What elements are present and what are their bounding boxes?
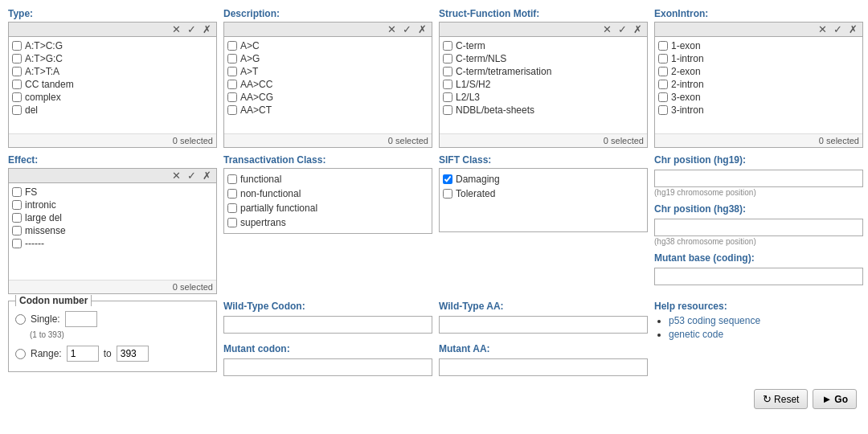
type-toolbar: ✕ ✓ ✗ bbox=[9, 23, 216, 37]
codon-range-from-input[interactable]: 1 bbox=[67, 346, 99, 362]
list-item: missense bbox=[12, 224, 213, 237]
description-cancel-btn[interactable]: ✗ bbox=[416, 24, 428, 35]
type-check-btn[interactable]: ✓ bbox=[186, 24, 198, 35]
list-item: AA>CG bbox=[227, 91, 428, 104]
exon-checkbox-2[interactable] bbox=[658, 67, 668, 76]
description-section: Description: ✕ ✓ ✗ A>C A>G A>T AA>CC AA>… bbox=[223, 8, 432, 148]
list-item: complex bbox=[12, 91, 213, 104]
transactivation-section: Transactivation Class: functional non-fu… bbox=[223, 154, 432, 294]
list-item: supertrans bbox=[227, 215, 428, 230]
struct-checkbox-4[interactable] bbox=[443, 92, 452, 102]
list-item: del bbox=[12, 104, 213, 117]
struct-function-toolbar: ✕ ✓ ✗ bbox=[440, 23, 647, 37]
struct-cancel-btn[interactable]: ✗ bbox=[632, 24, 644, 35]
exon-checkbox-5[interactable] bbox=[658, 105, 668, 115]
struct-checkbox-5[interactable] bbox=[443, 105, 452, 115]
reset-button[interactable]: ↻ Reset bbox=[754, 389, 808, 409]
transact-checkbox-1[interactable] bbox=[227, 189, 237, 199]
sift-checkbox-0[interactable] bbox=[443, 174, 452, 184]
reset-label: Reset bbox=[774, 394, 799, 405]
go-button[interactable]: ► Go bbox=[813, 389, 857, 409]
desc-checkbox-4[interactable] bbox=[227, 92, 237, 102]
desc-checkbox-5[interactable] bbox=[227, 105, 237, 115]
description-check-btn[interactable]: ✓ bbox=[401, 24, 413, 35]
type-section: Type: ✕ ✓ ✗ A:T>C:G A:T>G:C A:T>T:A CC t… bbox=[8, 8, 217, 148]
wildtype-aa-input[interactable] bbox=[439, 316, 648, 334]
effect-checkbox-0[interactable] bbox=[12, 187, 22, 197]
type-selected-count: 0 selected bbox=[9, 133, 216, 147]
description-label: Description: bbox=[223, 8, 432, 19]
exon-checkbox-0[interactable] bbox=[658, 41, 668, 51]
effect-checkbox-4[interactable] bbox=[12, 239, 22, 248]
exon-checkbox-4[interactable] bbox=[658, 92, 668, 102]
action-buttons: ↻ Reset ► Go bbox=[8, 389, 860, 409]
chr-hg19-input[interactable] bbox=[654, 170, 863, 187]
transact-checkbox-3[interactable] bbox=[227, 218, 237, 227]
mutant-codon-input[interactable] bbox=[223, 358, 432, 376]
desc-checkbox-0[interactable] bbox=[227, 41, 237, 51]
codon-range-label: Range: bbox=[31, 348, 62, 359]
type-checkbox-4[interactable] bbox=[12, 92, 22, 102]
mutant-base-input[interactable] bbox=[654, 268, 863, 285]
list-item: L1/S/H2 bbox=[443, 78, 644, 91]
desc-checkbox-3[interactable] bbox=[227, 80, 237, 89]
type-checkbox-1[interactable] bbox=[12, 54, 22, 63]
effect-selected-count: 0 selected bbox=[9, 280, 216, 293]
sift-section: SIFT Class: Damaging Tolerated bbox=[439, 154, 648, 294]
list-item: A:T>G:C bbox=[12, 52, 213, 65]
codon-range-to-input[interactable]: 393 bbox=[117, 346, 149, 362]
exon-checkbox-1[interactable] bbox=[658, 54, 668, 63]
wildtype-aa-label: Wild-Type AA: bbox=[439, 301, 648, 312]
mutant-base-label: Mutant base (coding): bbox=[654, 252, 863, 264]
transact-checkbox-0[interactable] bbox=[227, 174, 237, 184]
wildtype-aa-group: Wild-Type AA: bbox=[439, 301, 648, 334]
list-item: p53 coding sequence bbox=[669, 315, 863, 326]
list-item: CC tandem bbox=[12, 78, 213, 91]
struct-clear-btn[interactable]: ✕ bbox=[601, 24, 613, 35]
description-toolbar: ✕ ✓ ✗ bbox=[224, 23, 432, 37]
struct-function-filter-box: ✕ ✓ ✗ C-term C-term/NLS C-term/tetrameri… bbox=[439, 22, 648, 148]
exon-check-btn[interactable]: ✓ bbox=[832, 24, 844, 35]
description-clear-btn[interactable]: ✕ bbox=[386, 24, 398, 35]
codon-inputs-section: Wild-Type Codon: Mutant codon: bbox=[223, 301, 432, 376]
mutant-aa-input[interactable] bbox=[439, 358, 648, 376]
effect-checkbox-2[interactable] bbox=[12, 213, 22, 223]
effect-list: FS intronic large del missense ------ bbox=[9, 183, 216, 280]
effect-checkbox-3[interactable] bbox=[12, 226, 22, 235]
transact-checkbox-2[interactable] bbox=[227, 203, 237, 213]
exon-clear-btn[interactable]: ✕ bbox=[817, 24, 829, 35]
type-clear-btn[interactable]: ✕ bbox=[170, 24, 182, 35]
desc-checkbox-1[interactable] bbox=[227, 54, 237, 63]
effect-check-btn[interactable]: ✓ bbox=[186, 170, 198, 181]
list-item: intronic bbox=[12, 199, 213, 211]
effect-checkbox-1[interactable] bbox=[12, 200, 22, 210]
p53-coding-link[interactable]: p53 coding sequence bbox=[669, 315, 760, 326]
struct-checkbox-2[interactable] bbox=[443, 67, 452, 76]
chr-hg38-input[interactable] bbox=[654, 219, 863, 236]
list-item: NDBL/beta-sheets bbox=[443, 104, 644, 117]
codon-range-radio[interactable] bbox=[15, 349, 26, 359]
list-item: AA>CT bbox=[227, 104, 428, 117]
sift-checkbox-1[interactable] bbox=[443, 189, 452, 199]
wildtype-codon-input[interactable] bbox=[223, 316, 432, 334]
desc-checkbox-2[interactable] bbox=[227, 67, 237, 76]
struct-checkbox-0[interactable] bbox=[443, 41, 452, 51]
type-cancel-btn[interactable]: ✗ bbox=[201, 24, 213, 35]
struct-checkbox-3[interactable] bbox=[443, 80, 452, 89]
type-checkbox-5[interactable] bbox=[12, 105, 22, 115]
genetic-code-link[interactable]: genetic code bbox=[669, 329, 723, 340]
list-item: 2-intron bbox=[658, 78, 859, 91]
list-item: A:T>C:G bbox=[12, 39, 213, 52]
struct-checkbox-1[interactable] bbox=[443, 54, 452, 63]
list-item: genetic code bbox=[669, 329, 863, 340]
exon-checkbox-3[interactable] bbox=[658, 80, 668, 89]
struct-check-btn[interactable]: ✓ bbox=[616, 24, 628, 35]
type-checkbox-2[interactable] bbox=[12, 67, 22, 76]
exon-cancel-btn[interactable]: ✗ bbox=[847, 24, 859, 35]
codon-single-input[interactable] bbox=[65, 311, 97, 327]
effect-cancel-btn[interactable]: ✗ bbox=[201, 170, 213, 181]
type-checkbox-0[interactable] bbox=[12, 41, 22, 51]
codon-single-radio[interactable] bbox=[15, 314, 26, 325]
type-checkbox-3[interactable] bbox=[12, 80, 22, 89]
effect-clear-btn[interactable]: ✕ bbox=[170, 170, 182, 181]
